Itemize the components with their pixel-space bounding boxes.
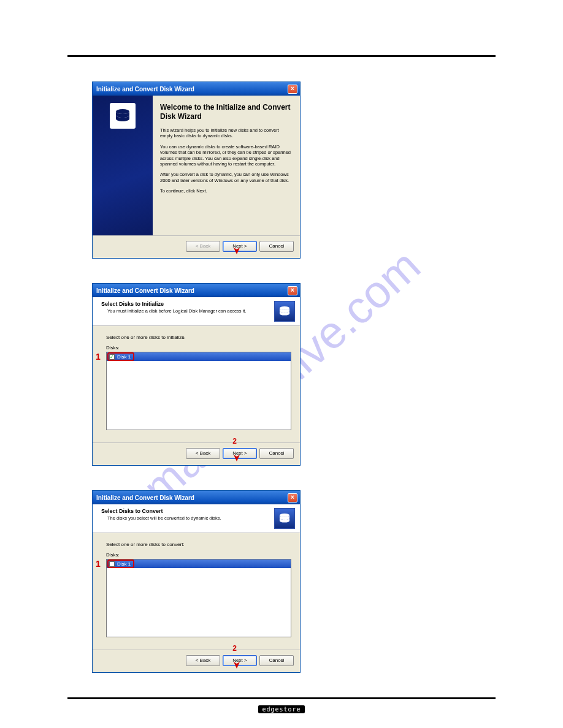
disk-row[interactable]: ✓ Disk 1 (107, 352, 291, 361)
page-bottom-rule (67, 697, 496, 699)
title-text: Initialize and Convert Disk Wizard (96, 495, 194, 501)
wizard-welcome: Initialize and Convert Disk Wizard × (92, 82, 301, 259)
back-button[interactable]: < Back (186, 655, 220, 666)
page-top-rule (67, 55, 496, 57)
step-instruction: Select one or more disks to convert: (106, 542, 291, 547)
button-row: < Back Next > Cancel (93, 235, 300, 258)
back-button[interactable]: < Back (186, 448, 220, 459)
disks-label: Disks: (106, 345, 291, 351)
titlebar[interactable]: Initialize and Convert Disk Wizard × (93, 284, 300, 297)
annotation-arrow-icon (232, 449, 241, 463)
disk-row[interactable]: Disk 1 (107, 559, 291, 568)
welcome-p3: After you convert a disk to dynamic, you… (160, 172, 291, 183)
step-subtitle: The disks you select will be converted t… (101, 515, 270, 521)
titlebar[interactable]: Initialize and Convert Disk Wizard × (93, 491, 300, 504)
step-header: Select Disks to Convert The disks you se… (93, 504, 300, 533)
cancel-button[interactable]: Cancel (259, 655, 294, 666)
wizard-convert: Initialize and Convert Disk Wizard × Sel… (92, 490, 301, 673)
disk-label: Disk 1 (117, 561, 131, 567)
annotation-1: 1 (96, 559, 101, 569)
annotation-1: 1 (96, 352, 101, 362)
welcome-p4: To continue, click Next. (160, 188, 291, 194)
step-subtitle: You must initialize a disk before Logica… (101, 308, 270, 314)
footer-brand: edgestore (67, 703, 496, 714)
back-button: < Back (186, 241, 220, 252)
disk-list[interactable]: 1 ✓ Disk 1 (106, 352, 291, 430)
disk-checkbox[interactable]: ✓ (109, 354, 115, 360)
svg-point-0 (116, 109, 129, 114)
disk-label: Disk 1 (117, 354, 131, 360)
disks-label: Disks: (106, 552, 291, 558)
svg-point-1 (280, 306, 289, 310)
annotation-2: 2 (232, 437, 237, 446)
disk-checkbox[interactable] (109, 561, 115, 567)
welcome-p2: You can use dynamic disks to create soft… (160, 144, 291, 167)
step-instruction: Select one or more disks to initialize. (106, 335, 291, 340)
title-text: Initialize and Convert Disk Wizard (96, 86, 194, 93)
disk-stack-icon (274, 301, 295, 322)
disk-list[interactable]: 1 Disk 1 (106, 559, 291, 637)
wizard-sidebar (93, 96, 153, 235)
welcome-heading: Welcome to the Initialize and Convert Di… (160, 103, 291, 121)
step-title: Select Disks to Initialize (101, 301, 270, 307)
svg-point-2 (280, 514, 289, 517)
disk-stack-icon (274, 508, 295, 529)
disk-stack-icon (110, 103, 136, 129)
step-title: Select Disks to Convert (101, 508, 270, 514)
annotation-arrow-icon (232, 242, 241, 256)
annotation-2: 2 (232, 644, 237, 653)
button-row: 2 < Back Next > Cancel (93, 650, 300, 672)
close-icon[interactable]: × (288, 493, 297, 502)
step-header: Select Disks to Initialize You must init… (93, 297, 300, 326)
cancel-button[interactable]: Cancel (259, 241, 294, 252)
annotation-arrow-icon (232, 656, 241, 670)
close-icon[interactable]: × (288, 286, 297, 295)
titlebar[interactable]: Initialize and Convert Disk Wizard × (93, 82, 300, 96)
title-text: Initialize and Convert Disk Wizard (96, 287, 194, 294)
welcome-p1: This wizard helps you to initialize new … (160, 127, 291, 139)
button-row: 2 < Back Next > Cancel (93, 442, 300, 465)
cancel-button[interactable]: Cancel (259, 448, 294, 459)
wizard-initialize: Initialize and Convert Disk Wizard × Sel… (92, 283, 301, 466)
close-icon[interactable]: × (288, 85, 297, 94)
